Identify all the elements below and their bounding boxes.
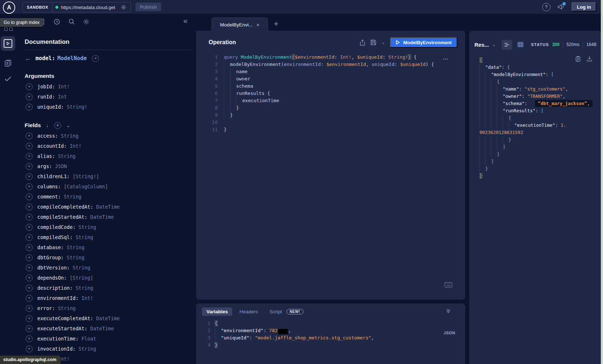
query-editor[interactable]: 1query ModelByEnvironment($environmentId… — [197, 54, 462, 133]
field-row[interactable]: +access: String — [25, 131, 193, 141]
add-field-button[interactable]: + — [26, 163, 33, 170]
add-field-button[interactable]: + — [26, 254, 33, 261]
announcements-megaphone-icon[interactable] — [557, 3, 565, 11]
apollo-logo[interactable]: A — [3, 1, 15, 14]
operation-tab[interactable]: ModelByEnvi... × — [212, 17, 268, 32]
add-field-button[interactable]: + — [26, 264, 33, 271]
field-row[interactable]: +accountId: Int! — [25, 141, 193, 151]
add-field-button[interactable]: + — [26, 173, 33, 180]
add-field-button[interactable]: + — [26, 133, 33, 139]
share-icon[interactable] — [360, 39, 365, 46]
settings-gear-icon[interactable] — [83, 18, 89, 26]
back-arrow-icon[interactable]: ← — [25, 55, 31, 62]
add-field-button[interactable]: + — [26, 153, 33, 160]
add-all-fields-button[interactable]: + — [54, 122, 61, 129]
schema-nav-item[interactable] — [0, 59, 16, 68]
field-row[interactable]: +comment: String — [25, 192, 193, 202]
add-field-button[interactable]: + — [26, 93, 33, 100]
field-row[interactable]: +alias: String — [25, 151, 193, 161]
add-field-button[interactable]: + — [26, 83, 33, 90]
history-clock-icon[interactable] — [54, 18, 60, 26]
publish-button[interactable]: Publish — [135, 3, 161, 11]
add-field-button[interactable]: + — [26, 143, 33, 150]
field-row[interactable]: +dbtGroup: String — [25, 252, 193, 263]
field-row[interactable]: +executionTime: Float — [25, 334, 193, 344]
collapse-variables-icon[interactable] — [446, 308, 451, 315]
new-tab-button[interactable]: + — [274, 20, 279, 28]
breadcrumb-type-link[interactable]: ModelNode — [57, 55, 87, 62]
field-row[interactable]: +error: String — [25, 303, 193, 313]
run-operation-button[interactable]: ModelByEnvironment — [390, 37, 457, 48]
add-field-button[interactable]: + — [26, 244, 33, 251]
close-tab-icon[interactable]: × — [256, 22, 260, 28]
explorer-nav-item[interactable] — [1, 36, 15, 51]
fields-options-chevron-icon[interactable]: ⌄ — [66, 122, 71, 128]
field-row[interactable]: +description: String — [25, 283, 193, 293]
tab-headers[interactable]: Headers — [235, 307, 262, 316]
sort-fields-icon[interactable]: ↓ — [46, 122, 49, 128]
field-row[interactable]: +compiledSql: String — [25, 232, 193, 242]
breadcrumb-key: model: — [35, 55, 55, 62]
response-title[interactable]: Res... — [474, 42, 489, 48]
endpoint-settings-gear-icon[interactable] — [121, 4, 126, 10]
field-row[interactable]: +environmentId: Int! — [25, 293, 193, 303]
table-view-toggle[interactable] — [515, 40, 525, 50]
field-row[interactable]: +dependsOn: [String] — [25, 273, 193, 283]
add-field-button[interactable]: + — [26, 346, 33, 352]
field-row[interactable]: +dbtVersion: String — [25, 263, 193, 273]
field-row[interactable]: +uniqueId: String! — [25, 102, 193, 112]
response-dropdown-chevron-icon[interactable]: ⌄ — [492, 42, 496, 47]
field-row[interactable]: +childrenL1: [String!] — [25, 171, 193, 181]
login-button[interactable]: Log in — [571, 2, 596, 12]
search-icon[interactable] — [68, 18, 75, 26]
add-field-button[interactable]: + — [26, 335, 33, 342]
add-field-button[interactable]: + — [26, 325, 33, 332]
add-field-button[interactable]: + — [26, 275, 33, 281]
tab-script[interactable]: Script — [265, 307, 284, 316]
field-name: alias: String — [37, 153, 76, 159]
add-field-button[interactable]: + — [26, 305, 33, 312]
help-icon[interactable]: ? — [542, 3, 550, 11]
field-row[interactable]: +compiledCode: String — [25, 222, 193, 232]
response-body[interactable]: {"data": {"modelByEnvironment": [{"name"… — [480, 57, 598, 180]
add-field-button[interactable]: + — [26, 295, 33, 302]
keyboard-shortcuts-icon[interactable] — [444, 282, 452, 289]
field-row[interactable]: +compileStartedAt: DateTime — [25, 212, 193, 222]
save-options-chevron-icon[interactable]: ⌄ — [381, 40, 385, 45]
add-field-button[interactable]: + — [26, 234, 33, 241]
field-row[interactable]: +database: String — [25, 242, 193, 252]
add-field-button[interactable]: + — [26, 193, 33, 200]
field-row[interactable]: +runId: Int — [25, 92, 193, 102]
add-field-button[interactable]: + — [26, 183, 33, 190]
add-field-button[interactable]: + — [26, 204, 33, 210]
graph-index-icon[interactable] — [4, 28, 13, 31]
field-row[interactable]: +args: JSON — [25, 161, 193, 171]
add-type-button[interactable]: + — [92, 55, 99, 62]
field-row[interactable]: +compileCompletedAt: DateTime — [25, 202, 193, 212]
field-row[interactable]: +invocationId: String — [25, 344, 193, 354]
code-line: "owner": "TRANSFORMER", — [480, 93, 598, 100]
field-row[interactable]: +executeCompletedAt: DateTime — [25, 313, 193, 323]
editor-overflow-menu[interactable]: ⋯ — [443, 56, 449, 62]
add-field-button[interactable]: + — [26, 315, 33, 322]
checks-nav-item[interactable] — [0, 76, 16, 82]
add-field-button[interactable]: + — [26, 224, 33, 231]
indent-guide — [485, 151, 491, 158]
variables-editor[interactable]: 1{2"environmentId": 782,3"uniqueId": "mo… — [197, 320, 462, 349]
indent-guide — [497, 136, 503, 143]
add-field-button[interactable]: + — [26, 104, 33, 110]
add-field-button[interactable]: + — [26, 214, 33, 221]
indent-guide — [491, 100, 497, 107]
field-row[interactable]: +columns: [CatalogColumn] — [25, 181, 193, 192]
raw-view-toggle[interactable] — [502, 40, 512, 50]
line-body: "name": "stg_customers", — [480, 85, 568, 93]
field-row[interactable]: +executeStartedAt: DateTime — [25, 323, 193, 334]
tab-variables[interactable]: Variables — [202, 307, 232, 316]
field-row[interactable]: +jobId: Int! — [25, 81, 193, 92]
add-field-button[interactable]: + — [26, 285, 33, 292]
save-icon[interactable] — [370, 39, 376, 45]
endpoint-url-box[interactable]: https://metadata.cloud.get — [53, 3, 131, 12]
endpoint-url[interactable]: https://metadata.cloud.get — [61, 5, 118, 10]
sandbox-badge[interactable]: SANDBOX — [23, 3, 53, 12]
collapse-panel-icon[interactable]: « — [183, 17, 188, 24]
